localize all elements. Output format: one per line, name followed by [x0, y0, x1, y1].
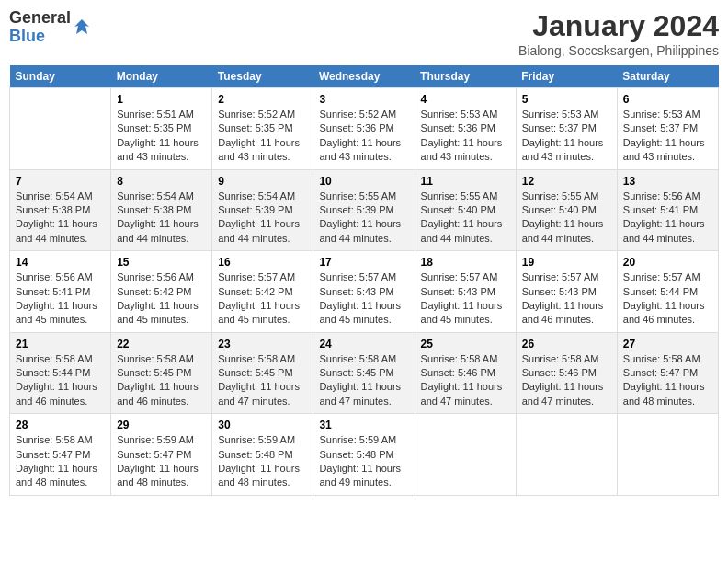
calendar-cell: 31 Sunrise: 5:59 AMSunset: 5:48 PMDaylig…: [313, 414, 415, 496]
cell-info: Sunrise: 5:59 AMSunset: 5:48 PMDaylight:…: [319, 434, 401, 488]
day-number: 25: [421, 338, 510, 350]
calendar-cell: 9 Sunrise: 5:54 AMSunset: 5:39 PMDayligh…: [212, 169, 313, 251]
calendar-cell: 19 Sunrise: 5:57 AMSunset: 5:43 PMDaylig…: [516, 251, 617, 333]
day-number: 17: [319, 256, 408, 269]
day-number: 14: [16, 256, 105, 269]
cell-info: Sunrise: 5:54 AMSunset: 5:38 PMDaylight:…: [117, 190, 199, 244]
day-number: 7: [16, 175, 105, 188]
cell-info: Sunrise: 5:55 AMSunset: 5:40 PMDaylight:…: [421, 190, 503, 244]
calendar-cell: 4 Sunrise: 5:53 AMSunset: 5:36 PMDayligh…: [415, 88, 516, 170]
cell-info: Sunrise: 5:55 AMSunset: 5:39 PMDaylight:…: [319, 190, 401, 244]
calendar-cell: 18 Sunrise: 5:57 AMSunset: 5:43 PMDaylig…: [415, 251, 516, 333]
day-number: 9: [218, 175, 307, 188]
calendar-cell: 22 Sunrise: 5:58 AMSunset: 5:45 PMDaylig…: [111, 332, 212, 414]
calendar-cell: 11 Sunrise: 5:55 AMSunset: 5:40 PMDaylig…: [415, 169, 516, 251]
cell-info: Sunrise: 5:53 AMSunset: 5:37 PMDaylight:…: [623, 109, 705, 162]
header-friday: Friday: [516, 65, 617, 88]
header-thursday: Thursday: [415, 65, 516, 88]
day-number: 8: [117, 175, 206, 188]
cell-info: Sunrise: 5:56 AMSunset: 5:42 PMDaylight:…: [117, 271, 199, 325]
cell-info: Sunrise: 5:59 AMSunset: 5:47 PMDaylight:…: [117, 434, 199, 488]
day-number: 13: [623, 175, 712, 188]
cell-info: Sunrise: 5:55 AMSunset: 5:40 PMDaylight:…: [522, 190, 604, 244]
calendar-cell: 13 Sunrise: 5:56 AMSunset: 5:41 PMDaylig…: [617, 169, 718, 251]
cell-info: Sunrise: 5:51 AMSunset: 5:35 PMDaylight:…: [117, 109, 199, 162]
calendar-cell: 15 Sunrise: 5:56 AMSunset: 5:42 PMDaylig…: [111, 251, 212, 333]
calendar-cell: [617, 414, 718, 496]
calendar-cell: 27 Sunrise: 5:58 AMSunset: 5:47 PMDaylig…: [617, 332, 718, 414]
page-subtitle: Bialong, Soccsksargen, Philippines: [518, 43, 719, 58]
day-number: 30: [218, 419, 307, 431]
day-number: 16: [218, 256, 307, 269]
header-monday: Monday: [111, 65, 212, 88]
cell-info: Sunrise: 5:53 AMSunset: 5:37 PMDaylight:…: [522, 109, 604, 162]
calendar-cell: [10, 88, 111, 170]
cell-info: Sunrise: 5:57 AMSunset: 5:43 PMDaylight:…: [522, 271, 604, 325]
calendar-cell: [516, 414, 617, 496]
logo-line1: General: [9, 9, 71, 28]
day-number: 20: [623, 256, 712, 269]
title-block: January 2024 Bialong, Soccsksargen, Phil…: [518, 9, 719, 58]
day-number: 21: [16, 338, 105, 350]
day-number: 23: [218, 338, 307, 350]
day-number: 10: [319, 175, 408, 188]
calendar-header: SundayMondayTuesdayWednesdayThursdayFrid…: [10, 65, 719, 88]
day-number: 24: [319, 338, 408, 350]
calendar-cell: 23 Sunrise: 5:58 AMSunset: 5:45 PMDaylig…: [212, 332, 313, 414]
calendar-cell: 8 Sunrise: 5:54 AMSunset: 5:38 PMDayligh…: [111, 169, 212, 251]
cell-info: Sunrise: 5:54 AMSunset: 5:39 PMDaylight:…: [218, 190, 300, 244]
calendar-cell: 5 Sunrise: 5:53 AMSunset: 5:37 PMDayligh…: [516, 88, 617, 170]
calendar-cell: 1 Sunrise: 5:51 AMSunset: 5:35 PMDayligh…: [111, 88, 212, 170]
week-row-2: 7 Sunrise: 5:54 AMSunset: 5:38 PMDayligh…: [10, 169, 719, 251]
day-number: 6: [623, 93, 712, 106]
cell-info: Sunrise: 5:53 AMSunset: 5:36 PMDaylight:…: [421, 109, 503, 162]
cell-info: Sunrise: 5:58 AMSunset: 5:46 PMDaylight:…: [421, 353, 503, 407]
week-row-4: 21 Sunrise: 5:58 AMSunset: 5:44 PMDaylig…: [10, 332, 719, 414]
calendar-cell: 24 Sunrise: 5:58 AMSunset: 5:45 PMDaylig…: [313, 332, 415, 414]
calendar-cell: 16 Sunrise: 5:57 AMSunset: 5:42 PMDaylig…: [212, 251, 313, 333]
days-header-row: SundayMondayTuesdayWednesdayThursdayFrid…: [10, 65, 719, 88]
calendar-cell: 25 Sunrise: 5:58 AMSunset: 5:46 PMDaylig…: [415, 332, 516, 414]
calendar-cell: 12 Sunrise: 5:55 AMSunset: 5:40 PMDaylig…: [516, 169, 617, 251]
day-number: 28: [16, 419, 105, 431]
calendar-cell: 6 Sunrise: 5:53 AMSunset: 5:37 PMDayligh…: [617, 88, 718, 170]
calendar-cell: 2 Sunrise: 5:52 AMSunset: 5:35 PMDayligh…: [212, 88, 313, 170]
page-title: January 2024: [518, 9, 719, 43]
header-saturday: Saturday: [617, 65, 718, 88]
week-row-5: 28 Sunrise: 5:58 AMSunset: 5:47 PMDaylig…: [10, 414, 719, 496]
calendar-cell: 26 Sunrise: 5:58 AMSunset: 5:46 PMDaylig…: [516, 332, 617, 414]
cell-info: Sunrise: 5:58 AMSunset: 5:47 PMDaylight:…: [623, 353, 705, 407]
calendar-cell: [415, 414, 516, 496]
header-sunday: Sunday: [10, 65, 111, 88]
logo-line2: Blue: [9, 28, 71, 46]
cell-info: Sunrise: 5:58 AMSunset: 5:46 PMDaylight:…: [522, 353, 604, 407]
cell-info: Sunrise: 5:58 AMSunset: 5:45 PMDaylight:…: [117, 353, 199, 407]
calendar-cell: 3 Sunrise: 5:52 AMSunset: 5:36 PMDayligh…: [313, 88, 415, 170]
svg-marker-0: [74, 19, 89, 34]
calendar-cell: 17 Sunrise: 5:57 AMSunset: 5:43 PMDaylig…: [313, 251, 415, 333]
cell-info: Sunrise: 5:56 AMSunset: 5:41 PMDaylight:…: [16, 271, 97, 325]
logo: General Blue: [9, 9, 91, 46]
day-number: 11: [421, 175, 510, 188]
cell-info: Sunrise: 5:58 AMSunset: 5:45 PMDaylight:…: [319, 353, 401, 407]
cell-info: Sunrise: 5:57 AMSunset: 5:43 PMDaylight:…: [319, 271, 401, 325]
day-number: 22: [117, 338, 206, 350]
day-number: 2: [218, 93, 307, 106]
day-number: 1: [117, 93, 206, 106]
cell-info: Sunrise: 5:52 AMSunset: 5:36 PMDaylight:…: [319, 109, 401, 162]
day-number: 5: [522, 93, 611, 106]
week-row-3: 14 Sunrise: 5:56 AMSunset: 5:41 PMDaylig…: [10, 251, 719, 333]
day-number: 31: [319, 419, 408, 431]
cell-info: Sunrise: 5:57 AMSunset: 5:43 PMDaylight:…: [421, 271, 503, 325]
cell-info: Sunrise: 5:58 AMSunset: 5:44 PMDaylight:…: [16, 353, 97, 407]
cell-info: Sunrise: 5:57 AMSunset: 5:42 PMDaylight:…: [218, 271, 300, 325]
day-number: 18: [421, 256, 510, 269]
day-number: 15: [117, 256, 206, 269]
logo-bird-icon: [73, 17, 91, 36]
header-tuesday: Tuesday: [212, 65, 313, 88]
calendar-cell: 10 Sunrise: 5:55 AMSunset: 5:39 PMDaylig…: [313, 169, 415, 251]
cell-info: Sunrise: 5:56 AMSunset: 5:41 PMDaylight:…: [623, 190, 705, 244]
calendar-cell: 14 Sunrise: 5:56 AMSunset: 5:41 PMDaylig…: [10, 251, 111, 333]
cell-info: Sunrise: 5:59 AMSunset: 5:48 PMDaylight:…: [218, 434, 300, 488]
cell-info: Sunrise: 5:52 AMSunset: 5:35 PMDaylight:…: [218, 109, 300, 162]
